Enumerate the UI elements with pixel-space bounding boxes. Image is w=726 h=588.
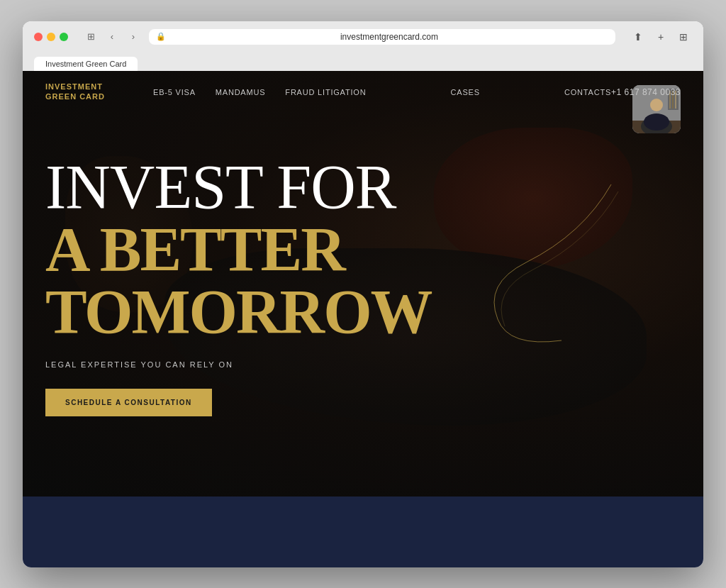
browser-controls: ⊞ ‹ › bbox=[82, 28, 142, 45]
active-tab[interactable]: Investment Green Card bbox=[34, 57, 138, 71]
hero-section: INVESTMENT GREEN CARD EB-5 VISA MANDAMUS… bbox=[23, 71, 703, 497]
brand-logo[interactable]: INVESTMENT GREEN CARD bbox=[45, 82, 130, 101]
browser-chrome: ⊞ ‹ › 🔒 investmentgreencard.com ⬆ + ⊞ In… bbox=[23, 21, 703, 71]
browser-window: ⊞ ‹ › 🔒 investmentgreencard.com ⬆ + ⊞ In… bbox=[23, 21, 703, 567]
cta-button[interactable]: SCHEDULE A CONSULTATION bbox=[45, 389, 212, 416]
website: INVESTMENT GREEN CARD EB-5 VISA MANDAMUS… bbox=[23, 71, 703, 567]
forward-button[interactable]: › bbox=[125, 28, 142, 45]
browser-actions: ⬆ + ⊞ bbox=[630, 28, 692, 45]
nav-links: EB-5 VISA MANDAMUS FRAUD LITIGATION CASE… bbox=[153, 88, 611, 96]
navbar: INVESTMENT GREEN CARD EB-5 VISA MANDAMUS… bbox=[23, 71, 703, 113]
bottom-section bbox=[23, 497, 703, 567]
address-bar[interactable]: 🔒 investmentgreencard.com bbox=[149, 29, 615, 45]
nav-phone[interactable]: +1 617 874 0033 bbox=[611, 87, 681, 97]
nav-link-eb5[interactable]: EB-5 VISA bbox=[153, 88, 196, 96]
nav-link-fraud[interactable]: FRAUD LITIGATION bbox=[285, 88, 366, 96]
minimize-button[interactable] bbox=[47, 33, 55, 41]
maximize-button[interactable] bbox=[60, 33, 68, 41]
tab-overview-button[interactable]: ⊞ bbox=[675, 28, 692, 45]
browser-tabs: Investment Green Card bbox=[34, 51, 692, 71]
url-text: investmentgreencard.com bbox=[170, 32, 608, 42]
hero-title-line2: A BETTER TOMORROW bbox=[45, 218, 681, 343]
nav-link-cases[interactable]: CASES bbox=[451, 88, 480, 96]
tab-label: Investment Green Card bbox=[45, 60, 126, 68]
hero-subtitle: LEGAL EXPERTISE YOU CAN RELY ON bbox=[45, 360, 681, 369]
hero-content: INVEST FOR A BETTER TOMORROW LEGAL EXPER… bbox=[23, 113, 703, 416]
svg-point-10 bbox=[644, 113, 669, 131]
lock-icon: 🔒 bbox=[156, 32, 166, 41]
share-button[interactable]: ⬆ bbox=[630, 28, 647, 45]
close-button[interactable] bbox=[34, 33, 43, 41]
hero-title-line1: INVEST FOR bbox=[45, 156, 681, 218]
nav-link-mandamus[interactable]: MANDAMUS bbox=[216, 88, 266, 96]
new-tab-button[interactable]: + bbox=[652, 28, 669, 45]
traffic-lights bbox=[34, 33, 68, 41]
back-button[interactable]: ‹ bbox=[104, 28, 121, 45]
nav-link-contacts[interactable]: CONTACTS bbox=[564, 88, 611, 96]
sidebar-toggle-button[interactable]: ⊞ bbox=[82, 28, 99, 45]
